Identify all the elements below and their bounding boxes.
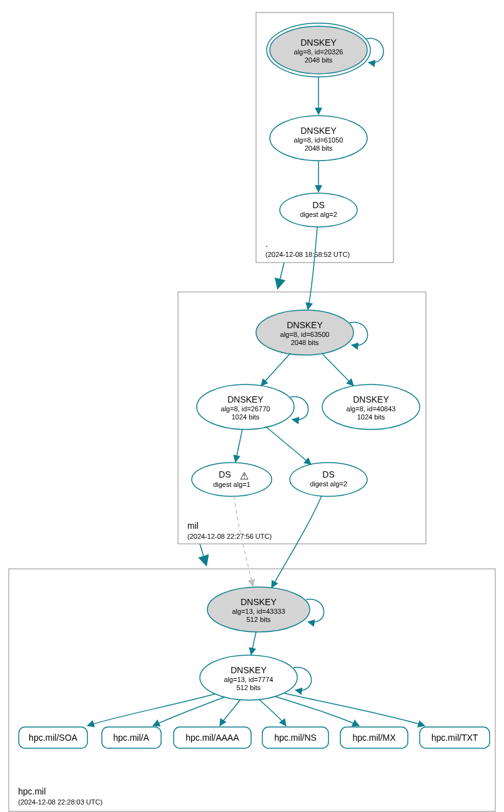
node-root-ds-title: DS	[312, 200, 324, 210]
node-mil-ds1-alg: digest alg=1	[213, 481, 250, 488]
node-root-ksk-alg: alg=8, id=20326	[294, 48, 343, 56]
node-hpc-zsk-bits: 512 bits	[237, 684, 261, 691]
node-mil-ds1-title: DS	[219, 469, 230, 479]
edge-hpc-zsk-to-ns	[259, 699, 286, 726]
node-mil-ds2-alg: digest alg=2	[310, 480, 347, 488]
node-hpc-ksk-title: DNSKEY	[240, 597, 277, 607]
edge-zone-root-to-mil	[278, 263, 284, 288]
node-mil-zsk2-bits: 1024 bits	[357, 413, 385, 421]
node-root-ds: DS digest alg=2	[280, 193, 357, 227]
node-hpc-ksk-alg: alg=13, id=43333	[232, 608, 285, 615]
node-mil-ksk: DNSKEY alg=8, id=63500 2048 bits	[256, 310, 353, 355]
node-mil-ksk-alg: alg=8, id=63500	[280, 331, 330, 338]
rr-row: hpc.mil/SOA hpc.mil/A hpc.mil/AAAA hpc.m…	[19, 727, 490, 748]
node-mil-zsk1-title: DNSKEY	[227, 394, 264, 404]
edge-mil-ksk-to-zsk2	[322, 353, 353, 386]
edge-mil-zsk1-to-ds1	[235, 429, 242, 462]
edge-hpc-zsk-to-aaaa	[220, 699, 240, 726]
edge-root-ds-to-mil-ksk	[308, 227, 317, 309]
node-mil-zsk2-alg: alg=8, id=40843	[347, 405, 396, 413]
node-mil-ds1: DS ⚠ digest alg=1	[192, 463, 272, 496]
rr-aaaa: hpc.mil/AAAA	[185, 733, 239, 743]
node-mil-zsk1-alg: alg=8, id=26770	[221, 405, 270, 413]
rr-txt: hpc.mil/TXT	[432, 733, 478, 743]
node-root-ksk: DNSKEY alg=8, id=20326 2048 bits	[267, 23, 370, 77]
edge-mil-ksk-to-zsk1	[261, 353, 290, 386]
node-mil-zsk2-title: DNSKEY	[353, 394, 389, 404]
node-root-zsk-alg: alg=8, id=61050	[294, 136, 343, 144]
svg-point-3	[280, 193, 357, 227]
node-mil-zsk1: DNSKEY alg=8, id=26770 1024 bits	[197, 384, 294, 429]
node-mil-ksk-bits: 2048 bits	[291, 339, 319, 346]
node-mil-ksk-title: DNSKEY	[287, 320, 323, 330]
rr-mx: hpc.mil/MX	[352, 733, 396, 743]
warning-icon: ⚠	[240, 471, 249, 481]
node-mil-zsk2: DNSKEY alg=8, id=40843 1024 bits	[322, 384, 420, 429]
edge-hpc-zsk-to-txt	[284, 693, 425, 726]
zone-hpc-label: hpc.mil	[18, 786, 46, 796]
node-root-zsk: DNSKEY alg=8, id=61050 2048 bits	[270, 116, 367, 161]
edge-mil-ds2-to-hpc-ksk	[272, 496, 322, 588]
zone-root-timestamp: (2024-12-08 18:58:52 UTC)	[265, 251, 350, 258]
node-root-zsk-title: DNSKEY	[300, 126, 337, 136]
zone-mil-timestamp: (2024-12-08 22:27:56 UTC)	[187, 533, 272, 540]
edge-mil-zsk1-to-ds2	[265, 426, 311, 464]
zone-mil-label: mil	[187, 521, 199, 531]
rr-a: hpc.mil/A	[113, 733, 149, 743]
edge-mil-ds1-to-hpc-ksk	[234, 496, 253, 586]
rr-soa: hpc.mil/SOA	[29, 733, 77, 743]
edge-hpc-ksk-to-zsk	[251, 632, 256, 654]
node-hpc-zsk-title: DNSKEY	[230, 665, 267, 675]
edge-hpc-zsk-to-soa	[87, 694, 215, 726]
rr-ns: hpc.mil/NS	[274, 733, 317, 743]
node-root-ksk-bits: 2048 bits	[305, 56, 333, 64]
node-root-zsk-bits: 2048 bits	[305, 144, 333, 152]
svg-point-8	[290, 463, 367, 496]
zone-hpc-timestamp: (2024-12-08 22:28:03 UTC)	[18, 798, 102, 806]
edge-zone-mil-to-hpc	[200, 544, 206, 564]
node-hpc-ksk-bits: 512 bits	[247, 616, 271, 623]
dnssec-graph: . (2024-12-08 18:58:52 UTC) DNSKEY alg=8…	[0, 0, 504, 812]
node-mil-zsk1-bits: 1024 bits	[232, 413, 260, 421]
node-hpc-zsk: DNSKEY alg=13, id=7774 512 bits	[200, 655, 297, 700]
node-hpc-ksk: DNSKEY alg=13, id=43333 512 bits	[207, 587, 310, 632]
node-root-ksk-title: DNSKEY	[300, 38, 337, 48]
zone-root-label: .	[265, 239, 268, 249]
node-hpc-zsk-alg: alg=13, id=7774	[224, 676, 274, 683]
node-root-ds-alg: digest alg=2	[300, 211, 337, 218]
node-mil-ds2-title: DS	[322, 469, 334, 479]
edge-hpc-zsk-to-a	[153, 697, 225, 726]
svg-point-7	[192, 463, 272, 496]
node-mil-ds2: DS digest alg=2	[290, 463, 367, 496]
